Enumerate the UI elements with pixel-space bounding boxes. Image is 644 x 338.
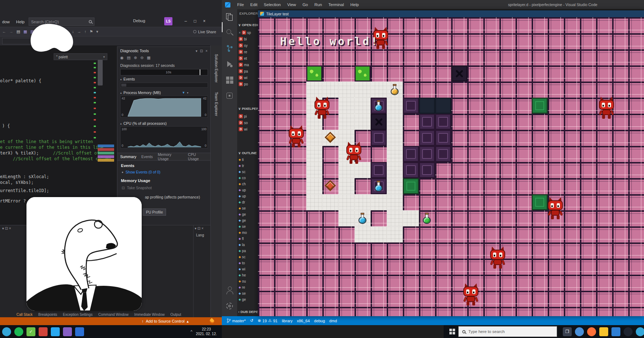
outline-item[interactable]: ◆ti	[238, 157, 258, 163]
filter-icon[interactable]: ▼	[182, 91, 185, 94]
close-icon[interactable]: ×	[239, 31, 241, 35]
panel-tab-output[interactable]: Output	[170, 313, 181, 317]
outline-item[interactable]: ◆co	[238, 175, 258, 181]
open-editor-item[interactable]: Dbi	[238, 36, 258, 42]
menu-item-dow[interactable]: dow	[2, 20, 10, 24]
file-explorer-icon[interactable]	[599, 327, 608, 336]
outline-item[interactable]: ◆he	[238, 272, 258, 278]
game-titlebar[interactable]: TileLayer test	[258, 10, 644, 17]
debug-target-label[interactable]: Debug	[133, 19, 145, 23]
app-red-icon[interactable]	[39, 327, 48, 336]
cpu-profile-button[interactable]: PU Profile	[143, 209, 166, 216]
menu-item-edit[interactable]: Edit	[247, 3, 261, 7]
nav-forward-icon[interactable]: →	[9, 30, 13, 34]
panel-tab-call-stack[interactable]: Call Stack	[16, 313, 33, 317]
open-editor-item[interactable]: Dpo	[238, 81, 258, 87]
open-editor-item[interactable]: ×Dsp	[238, 29, 258, 36]
workspace-file-item[interactable]: Dpi	[238, 113, 258, 119]
open-editor-item[interactable]: Dpa	[238, 68, 258, 74]
outline-item[interactable]: ◆se	[238, 205, 258, 211]
outline-section[interactable]: ∨ OUTLINE	[238, 151, 257, 155]
outline-item[interactable]: ◆re	[238, 284, 258, 290]
menu-item-help[interactable]: Help	[347, 3, 362, 7]
diag-tab-events[interactable]: Events	[141, 155, 153, 159]
record-icon[interactable]: ◉	[120, 55, 124, 60]
status-item-x86_64[interactable]: x86_64	[297, 319, 310, 323]
open-editors-section[interactable]: ∨ OPEN EDITORS	[238, 23, 258, 27]
events-section-header[interactable]: ▴ Events	[120, 77, 135, 81]
open-editor-item[interactable]: Dwi	[238, 74, 258, 81]
outline-item[interactable]: ◆la	[238, 242, 258, 248]
outline-item[interactable]: ◆dr	[238, 199, 258, 205]
outline-item[interactable]: ◆wi	[238, 266, 258, 272]
diag-tab-cpu-usage[interactable]: CPU Usage	[188, 152, 208, 161]
search-icon[interactable]	[225, 28, 234, 38]
run-debug-icon[interactable]	[225, 60, 234, 69]
panel-icons-right[interactable]: ▾ ⊡ ×	[195, 226, 204, 230]
outline-item[interactable]: ◆ch	[238, 181, 258, 187]
start-button-icon[interactable]	[449, 329, 452, 331]
export-icon[interactable]: ▤	[127, 55, 131, 60]
outline-item[interactable]: ◆sc	[238, 169, 258, 175]
outline-item[interactable]: ◆ge	[238, 211, 258, 217]
status-item-dmd[interactable]: dmd	[329, 319, 337, 323]
spotify-icon[interactable]	[14, 327, 23, 336]
problems-indicator[interactable]: ⊗ 19 ⚠ 91	[258, 318, 278, 323]
new-file-icon[interactable]: ▤	[16, 30, 20, 34]
outline-item[interactable]: ◆up	[238, 193, 258, 199]
firefox-icon[interactable]	[587, 327, 596, 336]
diagnostics-timeline[interactable]: 10s	[120, 69, 208, 75]
antivirus-icon[interactable]: ✓	[26, 327, 35, 336]
chevron-down-icon[interactable]: ▾	[187, 91, 188, 94]
outline-item[interactable]: ◆ge	[238, 217, 258, 224]
edge-icon[interactable]	[2, 327, 11, 336]
step-out-icon[interactable]: ↑	[84, 30, 87, 34]
explorer-icon[interactable]	[225, 13, 234, 22]
outline-item[interactable]: ◆up	[238, 187, 258, 193]
cpu-section-header[interactable]: ▴ CPU (% of all processors)	[120, 121, 167, 126]
live-share-button[interactable]: Live Share	[193, 30, 220, 34]
maximize-button[interactable]: □	[190, 16, 200, 26]
outline-item[interactable]: ◆to	[238, 260, 258, 266]
workspace-section[interactable]: ∨ PIXELPERFECTENGINE	[238, 107, 258, 111]
account-icon[interactable]	[225, 286, 234, 295]
show-events-link[interactable]: ● Show Events (0 of 0)	[122, 170, 160, 174]
open-editor-item[interactable]: Dre	[238, 49, 258, 55]
zoom-in-icon[interactable]: ⊕	[134, 55, 137, 60]
edge-icon[interactable]	[636, 327, 644, 336]
menu-item-terminal[interactable]: Terminal	[325, 3, 347, 7]
sync-button[interactable]: ↺	[250, 318, 253, 323]
status-item-debug[interactable]: debug	[314, 319, 325, 323]
vertical-tab-team-explorer[interactable]: Team Explorer	[214, 92, 219, 116]
editor-minimap[interactable]	[94, 60, 115, 167]
tray-chevron-icon[interactable]: ^	[190, 329, 192, 334]
outline-item[interactable]: ◆tr	[238, 163, 258, 169]
outline-item[interactable]: ◆se	[238, 224, 258, 230]
lang-column-header[interactable]: Lang	[196, 233, 204, 237]
close-button[interactable]: ×	[200, 16, 209, 26]
menu-item-view[interactable]: View	[284, 3, 299, 7]
task-view-icon[interactable]: ❐	[563, 327, 572, 336]
diag-tab-summary[interactable]: Summary	[120, 155, 136, 159]
vscode-icon[interactable]	[51, 327, 60, 336]
outline-item[interactable]: ◆pa	[238, 248, 258, 254]
panel-tab-command-window[interactable]: Command Window	[98, 313, 128, 317]
close-icon[interactable]: ×	[205, 49, 208, 53]
panel-icons-left[interactable]: ▾ ⊡ ×	[2, 226, 11, 230]
nav-back-icon[interactable]: ←	[2, 30, 6, 34]
visual-studio-icon[interactable]	[63, 327, 72, 336]
dropdown-icon[interactable]: ▾	[196, 49, 197, 53]
menu-item-go[interactable]: Go	[299, 3, 311, 7]
timeline-cursor[interactable]	[200, 69, 200, 75]
zoom-out-icon[interactable]: ⊖	[140, 55, 143, 60]
save-icon[interactable]: ▦	[23, 30, 27, 34]
settings-icon[interactable]	[225, 302, 234, 311]
taskbar-clock[interactable]: 22:23 2021. 02. 12.	[196, 327, 217, 336]
dub-dependencies-section[interactable]: › DUB DEPENDENCIES	[238, 310, 258, 314]
reset-view-icon[interactable]: ▦	[147, 55, 150, 60]
workspace-file-item[interactable]: Dso	[238, 119, 258, 126]
outline-item[interactable]: ◆fl	[238, 236, 258, 242]
step-over-icon[interactable]: →	[77, 30, 81, 34]
panel-tab-exception-settings[interactable]: Exception Settings	[63, 313, 93, 317]
menu-item-selection[interactable]: Selection	[260, 3, 284, 7]
